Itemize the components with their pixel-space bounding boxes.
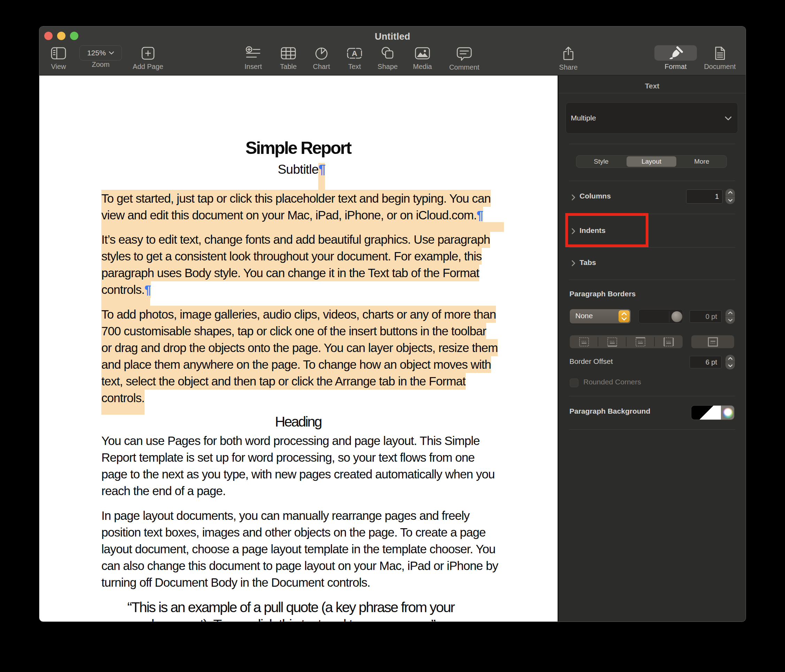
zoom-dropdown[interactable]: 125% [80,45,122,61]
doc-pull-quote: “This is an example of a pull quote (a k… [94,599,488,622]
text-icon: A [347,46,363,60]
svg-text:A: A [352,49,357,58]
stepper-up-button[interactable] [726,355,735,362]
columns-stepper[interactable] [726,189,735,204]
popup-stepper-icon [619,310,630,322]
border-offset-input[interactable]: 6 pt [690,356,722,368]
doc-paragraph-3: To add photos, image galleries, audio cl… [102,306,498,406]
media-label: Media [398,63,447,71]
shape-icon [380,46,396,60]
columns-input[interactable]: 1 [686,189,722,204]
paragraph-background-color-well[interactable] [691,405,735,420]
chevron-down-icon [724,116,732,121]
columns-label[interactable]: Columns [580,192,611,200]
divider [569,247,735,248]
stepper-up-button[interactable] [726,309,735,317]
border-style-popup[interactable]: None [570,309,631,323]
paragraph-borders-label: Paragraph Borders [569,289,636,298]
paragraph-style-value: Multiple [571,114,596,122]
border-offset-stepper[interactable] [726,355,735,369]
border-position-sides[interactable] [654,335,683,348]
background-swatch [691,406,721,420]
format-icon [668,46,683,60]
zoom-value: 125% [87,49,106,57]
border-color-well[interactable] [638,309,683,323]
pilcrow-mark: ¶ [144,283,151,296]
add-page-icon [140,46,156,60]
tabs-disclosure-icon[interactable] [571,260,576,266]
stepper-up-button[interactable] [726,189,735,196]
border-position-all[interactable] [691,335,734,348]
selected-text: To add photos, image galleries, audio cl… [102,306,498,406]
border-width-stepper[interactable] [726,309,735,324]
media-icon [414,46,430,60]
share-label: Share [544,63,593,71]
color-picker-sphere-icon [671,311,682,322]
insert-icon [245,46,261,60]
stepper-down-button[interactable] [726,317,735,324]
paragraph-style-dropdown[interactable]: Multiple [566,102,738,134]
tab-style[interactable]: Style [576,156,626,167]
tab-more[interactable]: More [677,156,727,167]
doc-heading: Heading [102,413,495,430]
add-page-button[interactable]: Add Page [124,46,172,71]
stepper-down-button[interactable] [726,196,735,204]
format-tabs: Style Layout More [576,155,727,168]
stepper-down-button[interactable] [726,362,735,369]
toolbar: Untitled View 125% Zoom [39,27,746,75]
border-position-above[interactable] [626,335,654,348]
tabs-label[interactable]: Tabs [580,258,596,267]
color-picker-sphere-icon [722,408,733,418]
border-position-below[interactable] [598,335,626,348]
document-page[interactable]: Simple Report Subtitle¶ To get started, … [39,75,558,622]
divider [569,144,735,144]
table-icon [280,46,296,60]
format-button[interactable]: Format [651,46,700,71]
chart-icon [314,46,329,60]
format-sidebar: Text Multiple Style Layout More Columns … [558,75,746,622]
window-title: Untitled [39,31,746,42]
document-label: Document [696,63,744,71]
rounded-corners-checkbox[interactable] [570,378,579,387]
comment-icon [456,46,472,61]
paragraph-background-label: Paragraph Background [569,407,650,416]
share-icon [561,46,576,61]
pilcrow-mark: ¶ [477,208,483,222]
zoom-label-item: Zoom [76,61,125,69]
border-position-none[interactable] [570,335,598,348]
selection-gap-1 [102,222,504,232]
zoom-label: Zoom [76,61,125,69]
border-style-value: None [575,312,593,320]
divider [558,93,746,93]
border-position-buttons [570,335,683,348]
doc-title: Simple Report [102,138,495,158]
rounded-corners-label: Rounded Corners [583,377,641,386]
doc-paragraph-4: You can use Pages for both word processi… [102,433,494,499]
media-button[interactable]: Media [398,46,447,71]
tab-layout[interactable]: Layout [627,156,676,167]
border-offset-label: Border Offset [569,357,613,366]
doc-paragraph-5: In page layout documents, you can manual… [102,507,498,591]
annotation-red-box [565,213,649,247]
doc-paragraph-1: To get started, just tap or click this p… [102,190,491,223]
columns-disclosure-icon[interactable] [571,194,576,200]
selected-text: It’s easy to edit text, change fonts and… [102,231,490,298]
doc-subtitle: Subtitle¶ [102,162,495,177]
color-well-separator [669,311,669,322]
pages-window: Untitled View 125% Zoom [39,27,746,622]
document-icon [712,46,727,60]
comment-label: Comment [440,63,489,71]
selected-text: To get started, just tap or click this p… [102,190,491,223]
sidebar-title: Text [558,82,746,90]
divider [569,181,735,181]
border-width-input[interactable]: 0 pt [690,310,722,323]
document-button[interactable]: Document [696,46,744,71]
divider [569,429,735,430]
doc-paragraph-2: It’s easy to edit text, change fonts and… [102,231,490,298]
format-label: Format [651,63,700,71]
share-button[interactable]: Share [544,46,593,71]
divider [569,280,735,280]
comment-button[interactable]: Comment [440,46,489,71]
add-page-label: Add Page [124,63,172,71]
divider [569,396,735,396]
